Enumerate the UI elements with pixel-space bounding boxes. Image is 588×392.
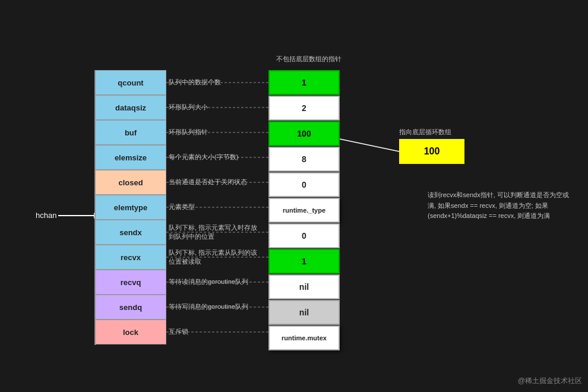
chan-arrow xyxy=(58,215,95,216)
annotations: 队列中的数据个数 环形队列大小 环形队列指针 每个元素的大小(字节数) 当前通道… xyxy=(166,70,261,344)
annotation-8: 等待读消息的goroutine队列 xyxy=(166,270,261,295)
annotation-6: 队列下标, 指示元素写入时存放到队列中的位置 xyxy=(166,220,261,245)
struct-box: qcount dataqsiz buf elemsize closed elem… xyxy=(95,70,166,344)
value-4: 0 xyxy=(268,172,340,197)
annotation-1: 环形队列大小 xyxy=(166,95,261,120)
watermark: @稀土掘金技术社区 xyxy=(518,376,582,386)
field-elemsize: elemsize xyxy=(95,145,166,170)
field-lock: lock xyxy=(95,320,166,344)
value-6: 0 xyxy=(268,223,340,248)
value-9: nil xyxy=(268,300,340,325)
annotation-0: 队列中的数据个数 xyxy=(166,70,261,95)
field-recvq: recvq xyxy=(95,270,166,295)
right-desc: 读到recvx和sendx指针, 可以判断通道是否为空或满, 如果sendx =… xyxy=(428,190,576,222)
buf-pointer-label: 指向底层循环数组 xyxy=(399,128,451,137)
annotation-7: 队列下标, 指示元素从队列的该位置被读取 xyxy=(166,245,261,270)
field-buf: buf xyxy=(95,120,166,145)
field-elemtype: elemtype xyxy=(95,195,166,220)
value-3: 8 xyxy=(268,147,340,172)
value-10: runtime.mutex xyxy=(268,325,340,350)
field-sendx: sendx xyxy=(95,220,166,245)
annotation-5: 元素类型 xyxy=(166,195,261,220)
field-recvx: recvx xyxy=(95,245,166,270)
value-0: 1 xyxy=(268,70,340,95)
annotation-4: 当前通道是否处于关闭状态 xyxy=(166,170,261,195)
value-5: runtime._type xyxy=(268,198,340,223)
values-box: 1 2 100 8 0 runtime._type 0 1 nil nil ru… xyxy=(268,70,340,351)
diagram-container: hchan 不包括底层数组的指针 qcount xyxy=(0,0,588,392)
field-closed: closed xyxy=(95,170,166,195)
value-8: nil xyxy=(268,274,340,299)
value-7: 1 xyxy=(268,249,340,274)
svg-line-11 xyxy=(340,139,399,151)
value-1: 2 xyxy=(268,96,340,121)
field-dataqsiz: dataqsiz xyxy=(95,95,166,120)
chan-label: hchan xyxy=(36,211,56,220)
values-top-label: 不包括底层数组的指针 xyxy=(249,55,368,64)
annotation-3: 每个元素的大小(字节数) xyxy=(166,145,261,170)
field-qcount: qcount xyxy=(95,70,166,95)
annotation-10: 互斥锁 xyxy=(166,320,261,344)
field-sendq: sendq xyxy=(95,295,166,320)
buf-pointer-box: 100 xyxy=(399,139,464,164)
annotation-2: 环形队列指针 xyxy=(166,120,261,145)
value-2: 100 xyxy=(268,121,340,146)
annotation-9: 等待写消息的goroutine队列 xyxy=(166,295,261,320)
